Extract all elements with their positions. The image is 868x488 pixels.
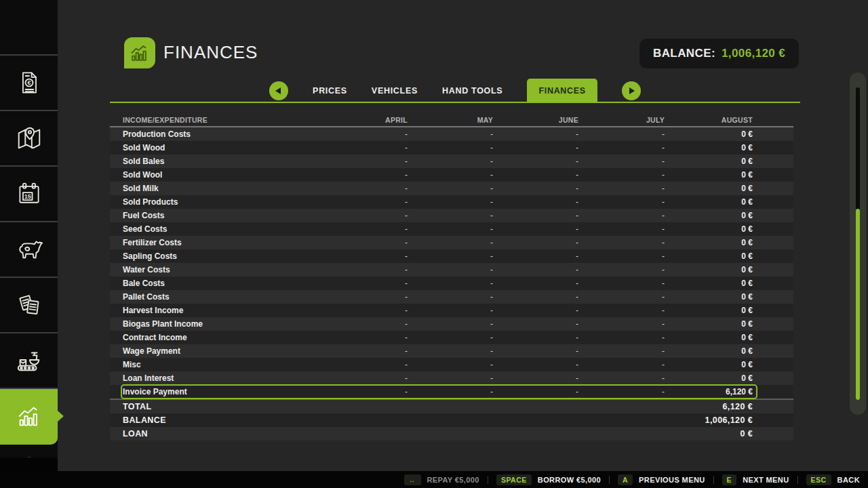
row-label: Sold Products [123, 197, 322, 207]
row-label: Sold Wool [123, 170, 322, 180]
finances-icon [15, 402, 43, 430]
sidebar-item-contracts[interactable] [0, 278, 58, 333]
row-label: Sapling Costs [123, 251, 322, 261]
key-hint-borrow[interactable]: SPACE BORROW €5,000 [496, 474, 601, 485]
help-icon [15, 453, 43, 458]
table-row[interactable]: Fertilizer Costs - - - - 0 € [110, 236, 793, 249]
row-label: Contract Income [123, 333, 322, 342]
calendar-icon: 15 [16, 180, 43, 207]
finances-table: INCOME/EXPENDITURE APRIL MAY JUNE JULY A… [110, 114, 793, 441]
sidebar-item-animals[interactable] [0, 222, 58, 278]
summary-row: BALANCE 1,006,120 € [110, 413, 793, 427]
key-hint-label: BORROW €5,000 [538, 476, 601, 484]
row-label: Sold Milk [123, 184, 322, 193]
summary-row: TOTAL 6,120 € [110, 400, 793, 413]
table-row[interactable]: Pallet Costs - - - - 0 € [110, 290, 793, 304]
table-row[interactable]: Bale Costs - - - - 0 € [110, 277, 793, 290]
sidebar-item-blank[interactable] [0, 0, 58, 56]
summary-row: LOAN 0 € [110, 427, 793, 441]
row-label: Sold Wood [123, 143, 322, 152]
table-row[interactable]: Sapling Costs - - - - 0 € [110, 249, 793, 263]
summary-label: TOTAL [123, 402, 722, 411]
finances-screen: € 15 [0, 0, 868, 488]
table-row[interactable]: Misc - - - - 0 € [110, 358, 793, 371]
key-hint-back[interactable]: ESC BACK [806, 474, 860, 485]
table-row[interactable]: Wage Payment - - - - 0 € [110, 344, 793, 358]
table-row[interactable]: Harvest Income - - - - 0 € [110, 304, 793, 317]
key-hint-label: BACK [837, 476, 860, 484]
page-icon [124, 37, 155, 68]
table-row[interactable]: Contract Income - - - - 0 € [110, 331, 793, 344]
tab-vehicles[interactable]: VEHICLES [372, 86, 418, 96]
map-icon [15, 124, 43, 152]
arrow-right-icon[interactable] [622, 81, 641, 100]
table-row[interactable]: Biogas Plant Income - - - - 0 € [110, 317, 793, 331]
key-badge: ESC [806, 474, 831, 485]
column-header: JULY [578, 116, 665, 124]
key-hint-next[interactable]: E NEXT MENU [722, 474, 789, 485]
sidebar-item-finances[interactable] [0, 389, 58, 445]
row-label: Water Costs [123, 265, 322, 274]
table-row[interactable]: Fuel Costs - - - - 0 € [110, 209, 793, 222]
table-row[interactable]: Invoice Payment - - - - 6,120 € [110, 385, 793, 399]
row-label: Harvest Income [123, 306, 322, 315]
column-header: MAY [408, 116, 493, 124]
key-badge: A [618, 474, 633, 485]
arrow-left-icon[interactable] [269, 81, 288, 100]
table-row[interactable]: Sold Wood - - - - 0 € [110, 141, 793, 155]
scrollbar-thumb[interactable] [856, 209, 860, 400]
balance-label: BALANCE: [653, 47, 715, 60]
tab-prices[interactable]: PRICES [313, 86, 347, 96]
table-summary: TOTAL 6,120 € BALANCE 1,006,120 € LOAN 0… [110, 400, 793, 441]
summary-value: 6,120 € [722, 402, 753, 411]
separator [488, 476, 488, 484]
sidebar-item-prices[interactable]: € [0, 56, 58, 111]
sidebar-item-production[interactable] [0, 333, 58, 389]
page-title: FINANCES [163, 42, 258, 63]
table-row[interactable]: Sold Milk - - - - 0 € [110, 182, 793, 195]
row-label: Pallet Costs [123, 292, 322, 302]
row-label: Loan Interest [123, 373, 322, 383]
finance-document-icon: € [16, 69, 43, 96]
sidebar-item-calendar[interactable]: 15 [0, 167, 58, 222]
scrollbar [850, 73, 866, 415]
key-badge: ↔ [404, 474, 421, 485]
table-row[interactable]: Seed Costs - - - - 0 € [110, 222, 793, 236]
row-label: Seed Costs [123, 224, 322, 234]
column-header: JUNE [493, 116, 578, 124]
column-header: INCOME/EXPENDITURE [123, 116, 322, 124]
row-label: Production Costs [123, 129, 322, 139]
table-row[interactable]: Production Costs - - - - 0 € [110, 127, 793, 141]
table-row[interactable]: Water Costs - - - - 0 € [110, 263, 793, 277]
table-header-row: INCOME/EXPENDITURE APRIL MAY JUNE JULY A… [110, 114, 793, 126]
key-badge: SPACE [496, 474, 532, 485]
svg-text:15: 15 [24, 193, 31, 200]
key-badge: E [722, 474, 737, 485]
key-hint-previous[interactable]: A PREVIOUS MENU [618, 474, 705, 485]
table-row[interactable]: Loan Interest - - - - 0 € [110, 371, 793, 385]
column-header: AUGUST [665, 116, 753, 124]
table-row[interactable]: Sold Bales - - - - 0 € [110, 155, 793, 168]
row-label: Sold Bales [123, 157, 322, 166]
column-header: APRIL [322, 116, 408, 124]
sidebar-item-more[interactable] [0, 445, 58, 458]
key-hint-repay[interactable]: ↔ REPAY €5,000 [404, 474, 479, 485]
row-label: Fuel Costs [123, 211, 322, 220]
balance-value: 1,006,120 € [722, 47, 785, 60]
table-body: Production Costs - - - - 0 € Sold Wood -… [110, 127, 793, 399]
table-row[interactable]: Sold Wool - - - - 0 € [110, 168, 793, 182]
row-label: Invoice Payment [123, 387, 322, 396]
summary-label: BALANCE [123, 415, 705, 425]
production-icon [15, 346, 43, 375]
sidebar-item-map[interactable] [0, 111, 58, 167]
tab-finances[interactable]: FINANCES [527, 79, 597, 103]
sidebar: € 15 [0, 0, 58, 471]
key-hint-label: NEXT MENU [743, 476, 789, 484]
balance-display: BALANCE: 1,006,120 € [639, 39, 799, 68]
row-label: Wage Payment [123, 346, 322, 356]
bottom-keybar: ↔ REPAY €5,000 SPACE BORROW €5,000 A PRE… [0, 471, 868, 488]
separator [713, 476, 714, 484]
table-row[interactable]: Sold Products - - - - 0 € [110, 195, 793, 209]
summary-value: 0 € [740, 429, 753, 439]
tab-hand-tools[interactable]: HAND TOOLS [442, 86, 502, 96]
